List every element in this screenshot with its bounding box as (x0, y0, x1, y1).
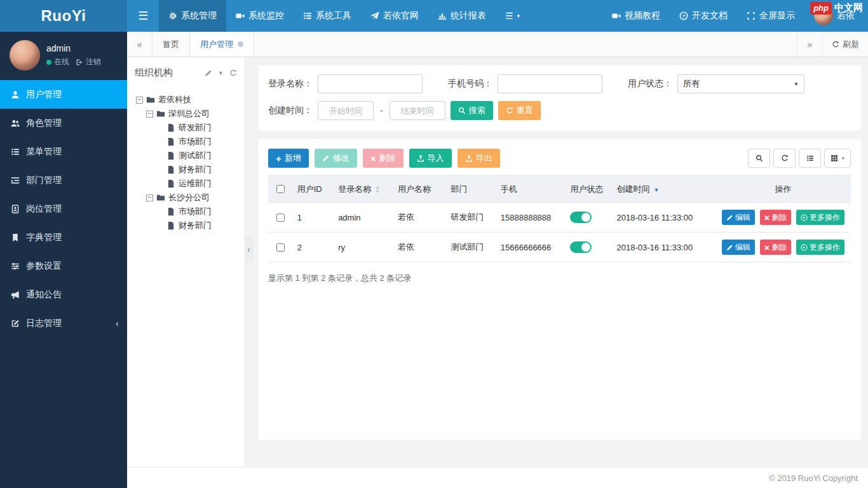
tree-node-company[interactable]: − 若依科技 (136, 93, 242, 107)
col-header-status: 用户状态 (565, 176, 611, 203)
sidebar-item-dept-management[interactable]: 部门管理 (0, 166, 127, 194)
select-all-checkbox[interactable] (276, 185, 285, 193)
row-delete-button[interactable]: × 删除 (760, 210, 792, 225)
sidebar-item-menu-management[interactable]: 菜单管理 (0, 137, 127, 166)
tree-collapse-icon[interactable]: − (146, 194, 153, 201)
button-label: 导出 (476, 152, 492, 164)
col-header-created[interactable]: 创建时间▼ (612, 176, 715, 203)
tab-user-management[interactable]: 用户管理 (190, 32, 254, 57)
user-status-select[interactable]: 所有 ▼ (677, 74, 804, 93)
folder-icon (156, 193, 165, 202)
paper-plane-icon (370, 11, 379, 20)
tab-close-icon[interactable] (238, 41, 243, 47)
topnav-official-site[interactable]: 若依官网 (361, 0, 428, 32)
tree-node-dept[interactable]: 财务部门 (136, 219, 242, 233)
selected-option: 所有 (683, 78, 700, 90)
app-logo[interactable]: RuoYi (0, 0, 127, 32)
row-checkbox[interactable] (276, 243, 285, 252)
status-toggle[interactable] (570, 241, 592, 253)
row-more-button[interactable]: 更多操作 (796, 240, 844, 255)
tree-node-branch[interactable]: − 长沙分公司 (136, 191, 242, 205)
topnav-statistics[interactable]: 统计报表 (428, 0, 496, 32)
edit-icon[interactable] (205, 69, 212, 77)
tree-node-dept[interactable]: 市场部门 (136, 205, 242, 219)
row-checkbox[interactable] (276, 214, 285, 222)
topnav-more-dropdown[interactable]: ☰ ▾ (496, 0, 529, 32)
row-edit-button[interactable]: 编辑 (722, 240, 755, 255)
row-more-button[interactable]: 更多操作 (796, 210, 844, 225)
toggle-view-button[interactable] (799, 149, 821, 168)
sidebar-item-label: 参数设置 (26, 261, 62, 272)
tree-node-dept[interactable]: 测试部门 (136, 149, 242, 163)
topnav-system-tools[interactable]: 系统工具 (294, 0, 361, 32)
search-button[interactable]: 搜索 (451, 101, 493, 120)
topnav-dev-docs[interactable]: 开发文档 (670, 0, 737, 32)
table-search-button[interactable] (748, 149, 770, 168)
tree-node-dept[interactable]: 运维部门 (136, 177, 242, 191)
sidebar-item-param-settings[interactable]: 参数设置 (0, 252, 127, 280)
top-navbar: RuoYi ☰ 系统管理 系统监控 系统工具 若依官网 统计报表 ☰ ▾ (0, 0, 868, 32)
panel-collapse-handle[interactable]: ‹ (245, 238, 253, 262)
online-status-dot (46, 60, 51, 65)
start-time-input[interactable] (318, 101, 374, 120)
tabs-scroll-right-button[interactable]: » (797, 32, 822, 57)
sidebar-item-post-management[interactable]: 岗位管理 (0, 194, 127, 223)
outdent-icon (11, 176, 20, 185)
id-badge-icon (11, 205, 20, 214)
tree-node-label: 市场部门 (179, 206, 212, 217)
tabs-scroll-left-button[interactable]: « (127, 32, 153, 57)
login-name-input[interactable] (318, 74, 423, 93)
gear-icon (168, 11, 177, 20)
row-edit-button[interactable]: 编辑 (722, 210, 755, 225)
table-refresh-button[interactable] (773, 149, 796, 168)
sidebar-item-dict-management[interactable]: 字典管理 (0, 223, 127, 252)
status-toggle[interactable] (570, 212, 592, 223)
tree-node-dept[interactable]: 市场部门 (136, 135, 242, 149)
import-button[interactable]: 导入 (409, 149, 452, 168)
row-delete-button[interactable]: × 删除 (760, 240, 792, 255)
sort-icon[interactable]: ▲▼ (375, 185, 380, 194)
sidebar-item-role-management[interactable]: 角色管理 (0, 109, 127, 137)
search-icon (756, 154, 763, 162)
cell-created-time: 2018-03-16 11:33:00 (612, 203, 715, 233)
tree-node-dept[interactable]: 财务部门 (136, 163, 242, 177)
topnav-system-monitor[interactable]: 系统监控 (226, 0, 294, 32)
user-avatar[interactable] (10, 40, 40, 71)
phone-input[interactable] (498, 74, 602, 93)
sidebar-item-log-management[interactable]: 日志管理 ‹ (0, 309, 127, 337)
sidebar-item-notice[interactable]: 通知公告 (0, 280, 127, 309)
export-button[interactable]: 导出 (458, 149, 500, 168)
columns-button[interactable]: ▾ (824, 149, 851, 168)
add-button[interactable]: + 新增 (268, 149, 309, 168)
tab-home[interactable]: 首页 (153, 32, 190, 57)
end-time-input[interactable] (390, 101, 445, 120)
tree-node-dept[interactable]: 研发部门 (136, 121, 242, 135)
topnav-fullscreen[interactable]: 全屏显示 (737, 0, 804, 32)
tree-node-label: 长沙分公司 (168, 192, 210, 203)
main-area: « 首页 用户管理 » 刷新 (127, 32, 868, 488)
user-table-panel: + 新增 修改 × 删除 (258, 139, 861, 440)
time-range-separator: - (379, 105, 384, 116)
bookmark-icon (11, 233, 20, 242)
topnav-system-management[interactable]: 系统管理 (159, 0, 226, 32)
tree-collapse-icon[interactable]: − (146, 111, 153, 118)
online-status-link[interactable]: 在线 (54, 57, 69, 67)
user-status-label: 用户状态： (628, 78, 672, 90)
col-header-dept: 部门 (446, 176, 496, 203)
topnav-video-tutorial[interactable]: 视频教程 (602, 0, 670, 32)
cell-created-time: 2018-03-16 11:33:00 (612, 233, 715, 262)
tree-collapse-icon[interactable]: − (136, 97, 143, 104)
logout-link[interactable]: 注销 (86, 57, 101, 67)
delete-button[interactable]: × 删除 (363, 149, 403, 168)
edit-button[interactable]: 修改 (315, 149, 357, 168)
tree-node-branch[interactable]: − 深圳总公司 (136, 107, 242, 121)
sidebar-item-user-management[interactable]: 用户管理 (0, 80, 127, 109)
sidebar-toggle-button[interactable]: ☰ (127, 0, 159, 32)
refresh-icon[interactable] (229, 69, 237, 77)
chevron-down-icon[interactable]: ▼ (218, 70, 224, 76)
col-header-login-name[interactable]: 登录名称▲▼ (333, 176, 393, 203)
tab-refresh-button[interactable]: 刷新 (822, 32, 868, 57)
upload-icon (417, 154, 424, 162)
topnav-label: 统计报表 (451, 10, 486, 22)
reset-button[interactable]: 重置 (498, 101, 541, 120)
